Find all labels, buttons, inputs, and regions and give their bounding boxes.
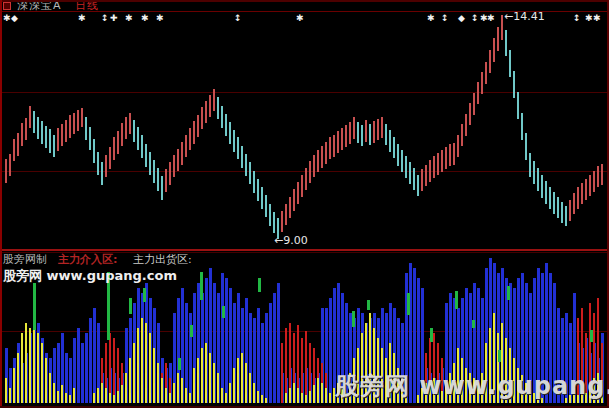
candle	[89, 127, 91, 150]
candle	[465, 114, 467, 136]
green-signal-bar	[507, 286, 510, 300]
yellow-volume-bar	[121, 385, 123, 403]
candle	[305, 168, 307, 190]
yellow-volume-bar	[113, 395, 115, 403]
yellow-volume-bar	[305, 395, 307, 403]
candle	[389, 130, 391, 152]
yellow-volume-bar	[297, 388, 299, 403]
yellow-volume-bar	[153, 348, 155, 403]
yellow-volume-bar	[233, 368, 235, 403]
yellow-volume-bar	[193, 368, 195, 403]
candle	[385, 124, 387, 145]
candle	[349, 122, 351, 144]
watermark-small: 股旁网 www.gupang.com	[3, 268, 177, 283]
candle	[489, 50, 491, 73]
signal-marker: ↕	[234, 14, 242, 23]
candle	[97, 152, 99, 175]
yellow-volume-bar	[169, 393, 171, 403]
yellow-volume-bar	[29, 328, 31, 403]
candle	[381, 117, 383, 138]
candle	[485, 62, 487, 84]
candle	[205, 101, 207, 123]
yellow-volume-bar	[261, 395, 263, 403]
yellow-volume-bar	[329, 393, 331, 403]
yellow-volume-bar	[217, 373, 219, 403]
candle	[197, 115, 199, 137]
yellow-volume-bar	[25, 323, 27, 403]
yellow-volume-bar	[189, 393, 191, 403]
candle	[457, 135, 459, 157]
yellow-volume-bar	[141, 318, 143, 403]
signal-marker: ◆	[11, 14, 18, 23]
candle	[453, 143, 455, 165]
yellow-volume-bar	[109, 393, 111, 403]
signal-marker: ◆	[458, 14, 465, 23]
candle	[309, 161, 311, 183]
candle	[185, 135, 187, 157]
yellow-volume-bar	[313, 385, 315, 403]
green-signal-bar	[129, 298, 132, 314]
candle	[541, 175, 543, 198]
candle	[337, 131, 339, 153]
yellow-volume-bar	[129, 358, 131, 403]
green-signal-bar	[407, 293, 410, 315]
candle	[413, 168, 415, 190]
signal-marker: ✱	[141, 14, 149, 23]
candle	[241, 146, 243, 168]
yellow-volume-bar	[285, 393, 287, 403]
candle	[521, 113, 523, 140]
candle	[537, 168, 539, 191]
candle	[561, 202, 563, 223]
green-signal-bar	[222, 306, 225, 318]
yellow-volume-bar	[321, 383, 323, 403]
candle	[481, 72, 483, 94]
yellow-volume-bar	[49, 373, 51, 403]
signal-marker: ↕	[101, 14, 109, 23]
candle	[429, 160, 431, 182]
candle	[257, 179, 259, 201]
blue-volume-bar	[89, 318, 92, 403]
yellow-volume-bar	[9, 388, 11, 403]
candle	[157, 168, 159, 191]
candle	[401, 150, 403, 172]
signal-marker: ✚	[110, 14, 118, 23]
watermark-large: 股旁网 www.gupang.com	[335, 372, 609, 400]
candle	[221, 106, 223, 128]
green-signal-bar	[455, 291, 458, 309]
candle	[585, 179, 587, 200]
candle	[425, 165, 427, 186]
candle	[573, 193, 575, 214]
app-window: 深深宝A 日线 ✱◆✱↕✚✱✱✱↕✱✱↕◆↕✱✱↕✱✱ ←14.41 ←9.00…	[0, 0, 609, 408]
yellow-volume-bar	[117, 391, 119, 403]
candle	[505, 30, 507, 56]
blue-volume-bar	[265, 313, 268, 403]
candle	[225, 114, 227, 136]
candle	[181, 142, 183, 165]
candle	[421, 169, 423, 191]
candle	[25, 118, 27, 140]
yellow-volume-bar	[65, 393, 67, 403]
candle	[57, 128, 59, 151]
green-signal-bar	[33, 283, 36, 330]
candle	[545, 181, 547, 204]
candle	[213, 89, 215, 111]
window-icon[interactable]	[3, 2, 11, 10]
candle	[289, 197, 291, 218]
yellow-volume-bar	[213, 363, 215, 403]
candle	[133, 120, 135, 142]
candle	[593, 171, 595, 192]
panel-separator	[0, 249, 609, 251]
candle	[317, 150, 319, 172]
candle	[245, 154, 247, 176]
candle	[497, 27, 499, 51]
signal-marker: ✱	[593, 14, 601, 23]
yellow-volume-bar	[225, 393, 227, 403]
candle	[109, 147, 111, 169]
yellow-volume-bar	[177, 373, 179, 403]
candle	[281, 211, 283, 232]
candle	[189, 128, 191, 150]
blue-volume-bar	[273, 293, 276, 403]
yellow-volume-bar	[73, 388, 75, 403]
candle	[333, 135, 335, 157]
kline-chart[interactable]: ✱◆✱↕✚✱✱✱↕✱✱↕◆↕✱✱↕✱✱	[0, 12, 609, 250]
